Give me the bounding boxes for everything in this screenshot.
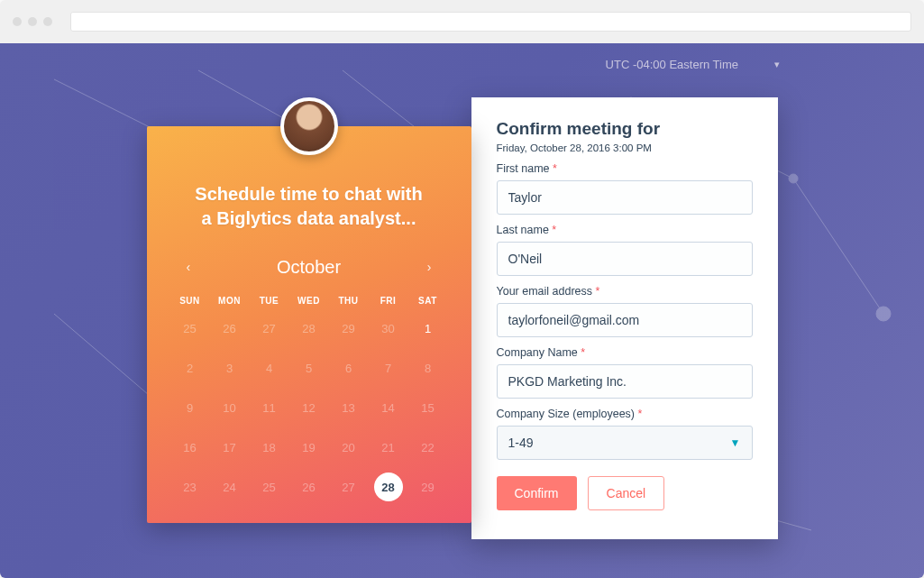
calendar-day[interactable]: 27 xyxy=(329,470,369,504)
month-name: October xyxy=(277,257,341,278)
calendar-day[interactable]: 5 xyxy=(289,351,329,385)
calendar-week: 16171819202122 xyxy=(170,430,448,464)
calendar-day[interactable]: 2 xyxy=(170,351,210,385)
day-number: 26 xyxy=(223,322,235,335)
calendar-grid: 2526272829301234567891011121314151617181… xyxy=(170,311,448,504)
browser-frame: UTC -04:00 Eastern Time ▾ Schedule time … xyxy=(0,0,924,578)
calendar-day[interactable]: 9 xyxy=(170,390,210,425)
calendar-day[interactable]: 7 xyxy=(369,351,408,385)
last-name-input[interactable] xyxy=(497,242,753,276)
day-of-week-row: SUN MON TUE WED THU FRI SAT xyxy=(170,296,448,306)
first-name-input[interactable] xyxy=(497,180,753,215)
confirm-button[interactable]: Confirm xyxy=(497,476,577,510)
field-email: Your email address * xyxy=(497,285,753,337)
timezone-select[interactable]: UTC -04:00 Eastern Time ▾ xyxy=(606,58,780,71)
day-number: 23 xyxy=(183,481,196,494)
calendar-day[interactable]: 25 xyxy=(170,311,210,345)
day-number: 16 xyxy=(183,441,196,454)
calendar-day[interactable]: 29 xyxy=(408,470,448,504)
calendar-day[interactable]: 25 xyxy=(250,470,289,504)
calendar-day[interactable]: 30 xyxy=(369,311,408,345)
day-number: 14 xyxy=(381,401,394,415)
dow-label: FRI xyxy=(369,296,408,306)
calendar-day[interactable]: 14 xyxy=(369,390,408,425)
chevron-down-icon: ▾ xyxy=(774,59,780,70)
calendar-day[interactable]: 8 xyxy=(408,351,448,385)
calendar-day[interactable]: 23 xyxy=(170,470,210,504)
calendar-day[interactable]: 12 xyxy=(289,390,329,425)
avatar xyxy=(280,97,338,155)
calendar-day[interactable]: 10 xyxy=(210,390,250,425)
prev-month-button[interactable]: ‹ xyxy=(181,254,197,280)
calendar-week: 23242526272829 xyxy=(170,470,448,504)
calendar-day[interactable]: 4 xyxy=(250,351,289,385)
label-text: Last name xyxy=(497,224,549,236)
day-number: 15 xyxy=(421,401,434,415)
company-size-select[interactable]: 1-49 ▼ xyxy=(497,426,753,460)
window-controls xyxy=(13,17,52,26)
day-number: 3 xyxy=(226,362,233,375)
label-text: First name xyxy=(497,162,550,175)
day-number: 7 xyxy=(385,362,391,375)
calendar-day[interactable]: 20 xyxy=(329,430,369,464)
field-label: Company Name * xyxy=(497,346,753,359)
required-mark: * xyxy=(553,162,557,175)
calendar-day[interactable]: 26 xyxy=(289,470,329,504)
calendar-day[interactable]: 16 xyxy=(170,430,210,464)
dow-label: THU xyxy=(329,296,369,306)
required-mark: * xyxy=(552,224,556,236)
calendar-day[interactable]: 22 xyxy=(408,430,448,464)
day-number: 20 xyxy=(342,441,354,454)
day-number: 12 xyxy=(302,401,315,415)
calendar-day[interactable]: 3 xyxy=(210,351,250,385)
calendar-week: 2526272829301 xyxy=(170,311,448,345)
calendar-day[interactable]: 29 xyxy=(329,311,369,345)
browser-chrome xyxy=(0,0,924,43)
calendar-day[interactable]: 11 xyxy=(250,390,289,425)
calendar-day[interactable]: 24 xyxy=(210,470,250,504)
day-number: 24 xyxy=(223,481,235,494)
caret-down-icon: ▼ xyxy=(730,436,741,449)
svg-line-5 xyxy=(793,179,883,314)
calendar-title: Schedule time to chat with a Biglytics d… xyxy=(170,182,448,231)
select-value: 1-49 xyxy=(508,436,534,450)
window-dot[interactable] xyxy=(28,17,37,26)
calendar-day[interactable]: 17 xyxy=(210,430,250,464)
calendar-week: 2345678 xyxy=(170,351,448,385)
form-datetime: Friday, October 28, 2016 3:00 PM xyxy=(497,142,753,153)
cancel-button[interactable]: Cancel xyxy=(588,476,665,510)
day-number: 19 xyxy=(302,441,315,454)
email-input[interactable] xyxy=(497,303,753,337)
field-company-size: Company Size (employees) * 1-49 ▼ xyxy=(497,408,753,460)
required-mark: * xyxy=(596,285,600,298)
field-first-name: First name * xyxy=(497,162,753,215)
calendar-day[interactable]: 19 xyxy=(289,430,329,464)
label-text: Company Size (employees) xyxy=(497,408,636,420)
window-dot[interactable] xyxy=(13,17,22,26)
confirm-form-panel: Confirm meeting for Friday, October 28, … xyxy=(471,97,778,539)
day-number: 6 xyxy=(345,362,352,375)
month-nav: ‹ October › xyxy=(170,254,448,280)
calendar-day[interactable]: 28 xyxy=(369,470,408,504)
url-bar[interactable] xyxy=(70,12,911,32)
calendar-day[interactable]: 15 xyxy=(408,390,448,425)
calendar-panel: Schedule time to chat with a Biglytics d… xyxy=(147,126,471,523)
window-dot[interactable] xyxy=(43,17,52,26)
calendar-day[interactable]: 21 xyxy=(369,430,408,464)
company-input[interactable] xyxy=(497,364,753,399)
label-text: Your email address xyxy=(497,285,593,298)
calendar-day[interactable]: 26 xyxy=(210,311,250,345)
calendar-day[interactable]: 28 xyxy=(289,311,329,345)
dow-label: TUE xyxy=(250,296,289,306)
day-number: 9 xyxy=(187,401,193,415)
day-number: 8 xyxy=(425,362,431,375)
calendar-day[interactable]: 18 xyxy=(250,430,289,464)
calendar-day[interactable]: 13 xyxy=(329,390,369,425)
day-number: 21 xyxy=(381,441,394,454)
calendar-day[interactable]: 6 xyxy=(329,351,369,385)
day-number: 26 xyxy=(302,481,315,494)
calendar-day[interactable]: 27 xyxy=(250,311,289,345)
main-content: Schedule time to chat with a Biglytics d… xyxy=(147,97,778,539)
calendar-day[interactable]: 1 xyxy=(408,311,448,345)
next-month-button[interactable]: › xyxy=(422,254,437,280)
